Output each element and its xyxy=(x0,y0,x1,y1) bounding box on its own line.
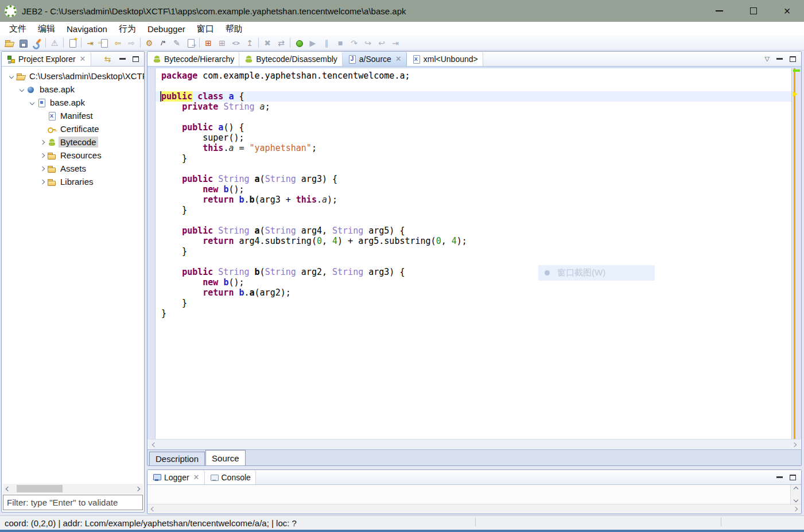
toolbar-cancel-button[interactable]: ✖ xyxy=(261,37,274,49)
scroll-down-icon[interactable] xyxy=(794,498,798,502)
code-line[interactable]: private String a; xyxy=(156,102,791,112)
code-line[interactable] xyxy=(156,81,791,91)
toolbar-step-over-button[interactable]: ↷ xyxy=(347,37,361,49)
toolbar-preferences-wrench-button[interactable] xyxy=(30,37,44,49)
toolbar-rename-button[interactable]: ✎ xyxy=(170,37,184,49)
menu-item-行为[interactable]: 行为 xyxy=(113,22,142,36)
code-line[interactable]: public String b(String arg2, String arg3… xyxy=(156,267,791,277)
editor-horizontal-scrollbar[interactable] xyxy=(148,439,801,449)
logger-horizontal-scrollbar[interactable] xyxy=(147,504,801,514)
code-line[interactable]: package com.example.yaphetshan.tencentwe… xyxy=(156,71,791,81)
minimize-button[interactable] xyxy=(702,0,736,22)
code-line[interactable]: public class a { xyxy=(156,91,791,102)
close-button[interactable]: × xyxy=(770,0,804,22)
close-icon[interactable]: ✕ xyxy=(394,55,402,63)
code-line[interactable]: } xyxy=(156,246,791,257)
tab-console[interactable]: Console xyxy=(205,470,256,484)
code-line[interactable]: } xyxy=(156,298,791,308)
toolbar-new-document-button[interactable] xyxy=(65,37,79,49)
code-line[interactable]: new b(); xyxy=(156,277,791,288)
toolbar-warnings-button[interactable]: ⚠ xyxy=(48,37,61,49)
tree-item-manifest[interactable]: Manifest xyxy=(2,109,144,122)
menu-item-窗口[interactable]: 窗口 xyxy=(191,22,220,36)
toolbar-replace-button[interactable]: ⇄ xyxy=(274,37,288,49)
code-line[interactable]: } xyxy=(156,308,791,319)
tree-item-c-users-admin-desktop-xctf-1-apps[interactable]: C:\Users\admin\Desktop\XCTF\1\apps xyxy=(2,69,144,83)
tree-item-certificate[interactable]: Certificate xyxy=(2,122,144,135)
minimize-view-icon[interactable] xyxy=(776,476,783,478)
link-with-editor-icon[interactable]: ⇆ xyxy=(103,55,112,64)
toolbar-goto-document-button[interactable] xyxy=(97,37,111,49)
toolbar-step-into-button[interactable]: ↪ xyxy=(361,37,375,49)
logger-vertical-scrollbar[interactable] xyxy=(790,485,801,504)
toolbar-decompile-gears-button[interactable]: ⚙ xyxy=(142,37,156,49)
toolbar-matrix-view-button[interactable]: ⊞ xyxy=(215,37,229,49)
tab-xml-unbound-[interactable]: xml<Unbound> xyxy=(407,52,483,66)
menu-item-文件[interactable]: 文件 xyxy=(3,22,32,36)
decompiled-source-code[interactable]: package com.example.yaphetshan.tencentwe… xyxy=(156,68,791,439)
minimize-view-icon[interactable] xyxy=(119,58,126,60)
toolbar-navigate-forward-button[interactable]: ⇨ xyxy=(125,37,138,49)
toolbar-navigate-back-button[interactable]: ⇦ xyxy=(111,37,125,49)
tab-project-explorer[interactable]: Project Explorer ✕ xyxy=(2,52,91,66)
menu-item-帮助[interactable]: 帮助 xyxy=(220,22,248,36)
tree-item-libraries[interactable]: Libraries xyxy=(2,175,144,188)
toolbar-step-return-button[interactable]: ↩ xyxy=(375,37,389,49)
expand-icon[interactable] xyxy=(37,141,47,144)
tree-item-resources[interactable]: Resources xyxy=(2,149,144,162)
collapse-icon[interactable] xyxy=(6,75,16,78)
scroll-left-icon[interactable] xyxy=(151,507,156,511)
toolbar-code-offsets-button[interactable]: <> xyxy=(229,37,243,49)
scroll-right-icon[interactable] xyxy=(133,487,143,491)
filter-input[interactable] xyxy=(3,495,143,510)
scroll-up-icon[interactable] xyxy=(794,487,798,491)
tab-logger[interactable]: Logger✕ xyxy=(147,470,205,484)
tree-item-bytecode[interactable]: Bytecode xyxy=(2,135,144,149)
subtab-source[interactable]: Source xyxy=(205,450,246,465)
scroll-right-icon[interactable] xyxy=(793,507,798,511)
maximize-button[interactable] xyxy=(736,0,770,22)
code-line[interactable] xyxy=(156,215,791,226)
minimize-view-icon[interactable] xyxy=(776,58,783,60)
tree-item-base-apk[interactable]: base.apk xyxy=(2,83,144,96)
toolbar-export-document-button[interactable] xyxy=(184,37,197,49)
tab-bytecode-hierarchy[interactable]: Bytecode/Hierarchy xyxy=(147,52,239,66)
toolbar-pause-button[interactable]: ∥ xyxy=(320,37,333,49)
toolbar-debug-button[interactable] xyxy=(292,37,306,49)
code-line[interactable]: return b.b(arg3 + this.a); xyxy=(156,195,791,205)
tree-item-base-apk[interactable]: base.apk xyxy=(2,96,144,109)
tab-a-source[interactable]: a/Source✕ xyxy=(343,52,407,66)
toolbar-open-file-button[interactable] xyxy=(2,37,16,49)
code-line[interactable]: } xyxy=(156,205,791,215)
toolbar-comment-button[interactable]: /* xyxy=(156,37,170,49)
code-line[interactable] xyxy=(156,112,791,122)
code-line[interactable]: super(); xyxy=(156,133,791,143)
scrollbar-thumb[interactable] xyxy=(17,485,63,492)
expand-icon[interactable] xyxy=(37,154,47,157)
subtab-description[interactable]: Description xyxy=(149,452,205,465)
code-line[interactable]: return b.a(arg2); xyxy=(156,288,791,298)
toolbar-refactor-button[interactable]: ↥ xyxy=(243,37,257,49)
collapse-icon[interactable] xyxy=(27,101,37,104)
toolbar-stop-button[interactable]: ■ xyxy=(333,37,347,49)
code-line[interactable]: new b(); xyxy=(156,184,791,195)
toolbar-run-to-line-button[interactable]: ⇥ xyxy=(389,37,402,49)
toolbar-matrix-view-active-button[interactable]: ⊞ xyxy=(201,37,215,49)
menu-item-编辑[interactable]: 编辑 xyxy=(32,22,61,36)
overview-ruler[interactable] xyxy=(791,68,801,439)
code-line[interactable] xyxy=(156,164,791,174)
explorer-horizontal-scrollbar[interactable] xyxy=(3,484,143,494)
expand-icon[interactable] xyxy=(37,180,47,184)
tree-item-assets[interactable]: Assets xyxy=(2,162,144,175)
code-line[interactable]: } xyxy=(156,153,791,164)
collapse-icon[interactable] xyxy=(17,88,26,91)
scroll-left-icon[interactable] xyxy=(3,487,13,491)
close-icon[interactable]: ✕ xyxy=(79,55,86,63)
toolbar-goto-address-button[interactable]: ⇥ xyxy=(83,37,97,49)
view-menu-icon[interactable]: ▽ xyxy=(765,55,770,63)
toolbar-resume-button[interactable]: ▶ xyxy=(306,37,320,49)
menu-item-Navigation[interactable]: Navigation xyxy=(61,22,113,36)
code-line[interactable]: public String a(String arg3) { xyxy=(156,174,791,184)
code-line[interactable]: this.a = "yaphetshan"; xyxy=(156,143,791,153)
maximize-view-icon[interactable] xyxy=(790,56,796,62)
